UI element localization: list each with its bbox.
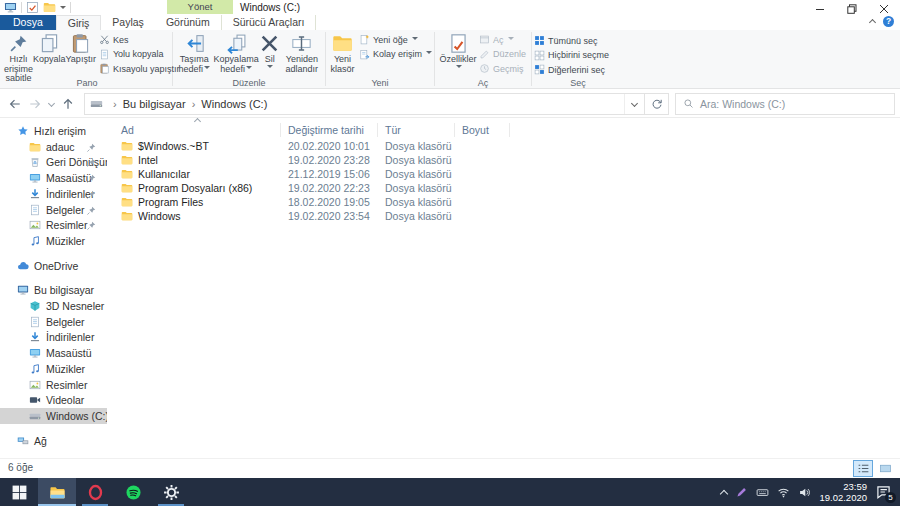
tab-file[interactable]: Dosya bbox=[0, 15, 56, 30]
taskbar-spotify-button[interactable] bbox=[114, 478, 152, 506]
view-toggles bbox=[853, 460, 895, 477]
start-button[interactable] bbox=[0, 478, 38, 506]
downloads-icon bbox=[29, 331, 41, 343]
contextual-tab-header[interactable]: Yönet bbox=[167, 0, 233, 14]
sidebar-item-resimler[interactable]: Resimler bbox=[0, 217, 107, 233]
pen-icon[interactable] bbox=[735, 486, 748, 499]
sidebar-item-resimler[interactable]: Resimler bbox=[0, 377, 107, 393]
copy-to-button[interactable]: Kopyalama hedefi bbox=[214, 31, 259, 77]
sidebar-item-i-ndirilenler[interactable]: İndirilenler bbox=[0, 186, 107, 202]
hidden-icons-chevron-icon[interactable] bbox=[720, 489, 728, 497]
sidebar-item-belgeler[interactable]: Belgeler bbox=[0, 314, 107, 330]
move-to-button[interactable]: Taşıma hedefi bbox=[175, 31, 214, 77]
pc-icon bbox=[17, 284, 29, 296]
taskbar: 23:59 19.02.2020 5 bbox=[0, 478, 900, 506]
sidebar-item-bu-bilgisayar[interactable]: Bu bilgisayar bbox=[0, 282, 107, 298]
taskbar-opera-button[interactable] bbox=[76, 478, 114, 506]
column-header-name[interactable]: Ad bbox=[121, 122, 134, 138]
help-icon[interactable]: ? bbox=[883, 16, 894, 27]
sidebar-item-m-zikler[interactable]: Müzikler bbox=[0, 233, 107, 249]
recent-locations-chevron-icon[interactable] bbox=[48, 100, 55, 107]
sidebar-item-windows-c[interactable]: Windows (C:) bbox=[0, 408, 107, 424]
taskbar-explorer-button[interactable] bbox=[38, 478, 76, 506]
file-row-intel[interactable]: Intel19.02.2020 23:28Dosya klasörü bbox=[107, 153, 892, 167]
qat-dropdown-chevron-icon[interactable] bbox=[60, 6, 66, 12]
details-view-button[interactable] bbox=[853, 460, 873, 477]
file-row-program-files[interactable]: Program Files18.02.2020 19:05Dosya klasö… bbox=[107, 195, 892, 209]
paste-shortcut-button[interactable]: Kısayolu yapıştır bbox=[99, 62, 180, 76]
explorer-window-icon bbox=[4, 1, 17, 14]
paste-button[interactable]: Yapıştır bbox=[66, 31, 96, 77]
sidebar-item-onedrive[interactable]: OneDrive bbox=[0, 258, 107, 274]
copy-button[interactable]: Kopyala bbox=[33, 31, 66, 77]
breadcrumb-this-pc[interactable]: Bu bilgisayar bbox=[123, 98, 186, 110]
sidebar-item-h-zl-eri-im[interactable]: Hızlı erişim bbox=[0, 123, 107, 139]
back-button[interactable] bbox=[8, 97, 22, 111]
file-row-windows-bt[interactable]: $Windows.~BT20.02.2020 10:01Dosya klasör… bbox=[107, 139, 892, 153]
search-icon bbox=[683, 98, 694, 109]
group-label-open: Aç bbox=[435, 78, 531, 88]
desktop-icon bbox=[29, 172, 41, 184]
breadcrumb[interactable]: › Bu bilgisayar › Windows (C:) bbox=[84, 93, 645, 115]
tab-view[interactable]: Görünüm bbox=[155, 15, 221, 30]
select-all-button[interactable]: Tümünü seç bbox=[534, 34, 609, 48]
sidebar-item-a[interactable]: Ağ bbox=[0, 433, 107, 449]
sidebar-item-geri-d-n-m-k[interactable]: Geri Dönüşüm K bbox=[0, 154, 107, 170]
sidebar-item-label: Geri Dönüşüm K bbox=[46, 156, 107, 168]
properties-button[interactable]: Özellikler bbox=[437, 31, 479, 77]
invert-selection-button[interactable]: Diğerlerini seç bbox=[534, 63, 609, 77]
sidebar-item-label: Müzikler bbox=[46, 235, 85, 247]
delete-icon bbox=[259, 33, 280, 54]
sidebar-item-i-ndirilenler[interactable]: İndirilenler bbox=[0, 329, 107, 345]
group-label-organize: Düzenle bbox=[173, 78, 325, 88]
rename-button[interactable]: Yeniden adlandır bbox=[281, 31, 323, 77]
file-row-windows[interactable]: Windows19.02.2020 23:54Dosya klasörü bbox=[107, 209, 892, 223]
up-button[interactable] bbox=[61, 97, 75, 111]
sidebar-item-label: Belgeler bbox=[46, 316, 85, 328]
action-center-button[interactable]: 5 bbox=[875, 484, 892, 500]
opera-icon bbox=[87, 484, 104, 501]
cut-button[interactable]: Kes bbox=[99, 33, 180, 47]
column-header-size[interactable]: Boyut bbox=[462, 122, 489, 138]
select-none-button[interactable]: Hiçbirini seçme bbox=[534, 49, 609, 63]
new-item-button[interactable]: Yeni öğe bbox=[359, 33, 432, 47]
tab-home[interactable]: Giriş bbox=[56, 15, 102, 30]
properties-check-icon[interactable] bbox=[26, 1, 39, 14]
file-row-kullan-c-lar[interactable]: Kullanıcılar21.12.2019 15:06Dosya klasör… bbox=[107, 167, 892, 181]
file-row-program-dosyalar-x86[interactable]: Program Dosyaları (x86)19.02.2020 22:23D… bbox=[107, 181, 892, 195]
separator bbox=[70, 2, 71, 13]
copy-path-button[interactable]: Yolu kopyala bbox=[99, 48, 180, 62]
breadcrumb-windows-c[interactable]: Windows (C:) bbox=[201, 98, 267, 110]
sidebar-item-label: İndirilenler bbox=[46, 331, 94, 343]
sidebar-item-masa-st[interactable]: Masaüstü bbox=[0, 170, 107, 186]
tab-share[interactable]: Paylaş bbox=[101, 15, 155, 30]
easy-access-button[interactable]: Kolay erişim bbox=[359, 48, 432, 62]
cloud-icon bbox=[17, 260, 29, 272]
thumbnail-view-button[interactable] bbox=[875, 460, 895, 477]
sidebar-item-masa-st[interactable]: Masaüstü bbox=[0, 345, 107, 361]
refresh-button[interactable] bbox=[645, 93, 669, 115]
keyboard-icon[interactable] bbox=[756, 486, 769, 499]
sidebar-item-adauc[interactable]: adauc bbox=[0, 139, 107, 155]
delete-button[interactable]: Sil bbox=[259, 31, 281, 77]
collapse-ribbon-icon[interactable] bbox=[869, 19, 876, 26]
quick-access-toolbar bbox=[4, 1, 71, 14]
taskbar-settings-button[interactable] bbox=[152, 478, 190, 506]
sidebar-item-3d-nesneler[interactable]: 3D Nesneler bbox=[0, 298, 107, 314]
new-folder-button[interactable]: Yeni klasör bbox=[328, 31, 357, 77]
search-input[interactable]: Ara: Windows (C:) bbox=[675, 93, 895, 115]
new-folder-icon[interactable] bbox=[43, 1, 56, 14]
sidebar-item-belgeler[interactable]: Belgeler bbox=[0, 202, 107, 218]
pin-to-quick-access-button[interactable]: Hızlı erişime sabitle bbox=[4, 31, 33, 77]
address-dropdown-button[interactable] bbox=[624, 94, 644, 114]
folder-icon bbox=[121, 182, 133, 194]
tab-drive-tools[interactable]: Sürücü Araçları bbox=[221, 15, 317, 30]
column-header-type[interactable]: Tür bbox=[385, 122, 401, 138]
sidebar-item-m-zikler[interactable]: Müzikler bbox=[0, 361, 107, 377]
volume-icon[interactable] bbox=[798, 486, 811, 499]
sidebar-item-videolar[interactable]: Videolar bbox=[0, 392, 107, 408]
column-header-date[interactable]: Değiştirme tarihi bbox=[288, 122, 364, 138]
new-folder-icon bbox=[332, 33, 353, 54]
wifi-icon[interactable] bbox=[777, 486, 790, 499]
taskbar-clock[interactable]: 23:59 19.02.2020 bbox=[819, 481, 867, 504]
